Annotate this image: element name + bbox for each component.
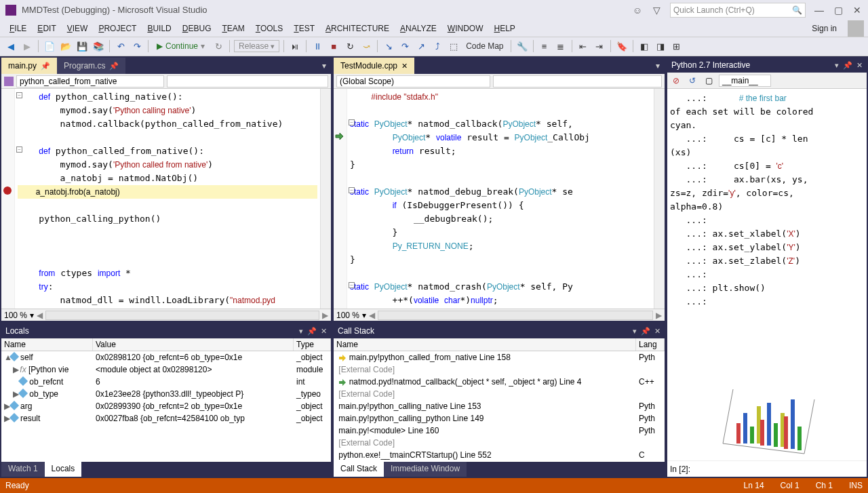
menu-help[interactable]: HELP xyxy=(488,22,520,35)
panel-menu-icon[interactable]: ▾ xyxy=(835,61,839,70)
step-over-button[interactable]: ↷ xyxy=(398,39,412,53)
new-project-button[interactable]: 📄 xyxy=(43,39,56,53)
step-out-button[interactable]: ↗ xyxy=(414,39,428,53)
panel-menu-icon[interactable]: ▾ xyxy=(633,327,637,336)
feedback-icon[interactable]: ☺ xyxy=(632,5,643,16)
locals-row[interactable]: ob_refcnt6int xyxy=(1,376,331,388)
callstack-row[interactable]: main.py!python_calling_python Line 149Py… xyxy=(334,412,665,425)
sign-in-link[interactable]: Sign in xyxy=(806,22,842,35)
nav-back-button[interactable]: ◀ xyxy=(4,39,18,53)
callstack-row[interactable]: [External Code] xyxy=(334,363,665,376)
tab-main.py[interactable]: main.py 📌 xyxy=(1,58,57,74)
callstack-row[interactable]: main.py!<module> Line 160Pyth xyxy=(334,425,665,437)
hscroll-left[interactable] xyxy=(45,311,319,320)
hex-icon[interactable]: ⬚ xyxy=(447,39,460,53)
code-editor-center[interactable]: #include "stdafx.h" static PyObject* nat… xyxy=(347,89,654,309)
scope-dropdown[interactable]: (Global Scope) xyxy=(336,75,490,87)
minimize-button[interactable]: — xyxy=(814,5,825,16)
user-icon[interactable] xyxy=(848,20,864,37)
locals-row[interactable]: ▶ob_type0x1e23ee28 {python33.dll!_typeob… xyxy=(1,388,331,400)
locals-row[interactable]: ▶fx [Python vie<module object at 0x02898… xyxy=(1,363,331,376)
open-button[interactable]: 📂 xyxy=(59,39,73,53)
ext3-button[interactable]: ⊞ xyxy=(670,39,684,53)
indent-button[interactable]: ⇥ xyxy=(593,39,606,53)
menu-debug[interactable]: DEBUG xyxy=(177,22,217,35)
nav-forward-button[interactable]: ▶ xyxy=(20,39,34,53)
step-into-button[interactable]: ↘ xyxy=(382,39,395,53)
stop-button[interactable]: ■ xyxy=(327,39,340,53)
ext1-button[interactable]: ◧ xyxy=(637,39,651,53)
scope-select[interactable]: __main__ xyxy=(719,75,771,87)
zoom-center[interactable]: 100 % xyxy=(336,311,359,320)
callstack-row[interactable]: natmod.pyd!natmod_callback(_object * sel… xyxy=(334,376,665,388)
gutter-center[interactable] xyxy=(334,89,347,309)
menu-architecture[interactable]: ARCHITECTURE xyxy=(320,22,395,35)
refresh-button[interactable]: ↻ xyxy=(343,39,357,53)
menu-view[interactable]: VIEW xyxy=(62,22,94,35)
show-next-button[interactable]: ⤻ xyxy=(359,39,373,53)
comment-button[interactable]: ≡ xyxy=(538,39,551,53)
pin-icon[interactable]: 📌 xyxy=(307,327,317,336)
menu-project[interactable]: PROJECT xyxy=(93,22,142,35)
bookmark-button[interactable]: 🔖 xyxy=(615,39,629,53)
tab-TestModule.cpp[interactable]: TestModule.cpp ✕ xyxy=(334,58,414,74)
continue-button[interactable]: ▶Continue▾ xyxy=(153,40,209,52)
pin-icon[interactable]: 📌 xyxy=(641,327,650,336)
undo-button[interactable]: ↶ xyxy=(114,39,127,53)
member-dropdown-2[interactable] xyxy=(167,75,328,87)
interactive-output[interactable]: ...: # the first bar of each set will be… xyxy=(667,89,867,379)
clear-icon[interactable]: ▢ xyxy=(703,75,715,87)
cancel-icon[interactable]: ⊘ xyxy=(670,75,682,87)
locals-row[interactable]: ▲self0x02898120 {ob_refcnt=6 ob_type=0x1… xyxy=(1,351,331,363)
notifications-icon[interactable]: ▽ xyxy=(651,5,662,16)
callstack-row[interactable]: main.py!python_calling_native Line 153Py… xyxy=(334,400,665,412)
close-button[interactable]: ✕ xyxy=(852,5,863,16)
close-icon[interactable]: ✕ xyxy=(856,61,863,70)
config-dropdown[interactable]: Release ▾ xyxy=(234,40,279,52)
maximize-button[interactable]: ▢ xyxy=(833,5,844,16)
quick-launch-input[interactable]: Quick Launch (Ctrl+Q)🔍 xyxy=(670,3,806,18)
outdent-button[interactable]: ⇤ xyxy=(576,39,590,53)
gutter-left[interactable] xyxy=(1,89,15,309)
tab-Program.cs[interactable]: Program.cs 📌 xyxy=(57,58,125,74)
locals-row[interactable]: ▶result0x0027fba8 {ob_refcnt=42584100 ob… xyxy=(1,412,331,425)
restart-button[interactable]: ↻ xyxy=(212,39,225,53)
bottom-tab-Locals[interactable]: Locals xyxy=(45,462,82,477)
zoom-left[interactable]: 100 % xyxy=(4,311,27,320)
hscroll-center[interactable] xyxy=(378,311,653,320)
bottom-tab-Watch 1[interactable]: Watch 1 xyxy=(1,462,45,477)
tab-dropdown[interactable]: ▾ xyxy=(317,58,331,74)
interactive-prompt[interactable]: In [2]: xyxy=(667,460,867,477)
panel-menu-icon[interactable]: ▾ xyxy=(299,327,303,336)
menu-team[interactable]: TEAM xyxy=(216,22,250,35)
vscroll-center[interactable] xyxy=(654,89,665,309)
bottom-tab-Call Stack[interactable]: Call Stack xyxy=(334,462,384,477)
code-editor-left[interactable]: def python_calling_native(): mymod.say('… xyxy=(15,89,320,309)
codemap-button[interactable]: Code Map xyxy=(463,41,506,52)
close-icon[interactable]: ✕ xyxy=(654,327,660,336)
member-dropdown[interactable]: python_called_from_native xyxy=(16,75,164,87)
menu-analyze[interactable]: ANALYZE xyxy=(395,22,442,35)
menu-file[interactable]: FILE xyxy=(4,22,32,35)
bottom-tab-Immediate Window[interactable]: Immediate Window xyxy=(384,462,467,477)
callstack-row[interactable]: [External Code] xyxy=(334,437,665,449)
menu-tools[interactable]: TOOLS xyxy=(250,22,288,35)
redo-button[interactable]: ↷ xyxy=(130,39,144,53)
toolbox-icon[interactable]: 🔧 xyxy=(515,39,529,53)
tab-dropdown[interactable]: ▾ xyxy=(651,58,665,74)
close-icon[interactable]: ✕ xyxy=(321,327,327,336)
pause-button[interactable]: ⏸ xyxy=(311,39,324,53)
member-dropdown[interactable] xyxy=(493,75,662,87)
save-button[interactable]: 💾 xyxy=(75,39,89,53)
save-all-button[interactable]: 📚 xyxy=(92,39,105,53)
menu-window[interactable]: WINDOW xyxy=(442,22,489,35)
callstack-row[interactable]: python.exe!__tmainCRTStartup() Line 552C xyxy=(334,449,665,461)
menu-test[interactable]: TEST xyxy=(288,22,320,35)
menu-edit[interactable]: EDIT xyxy=(32,22,61,35)
ext2-button[interactable]: ◨ xyxy=(654,39,667,53)
callstack-row[interactable]: [External Code] xyxy=(334,388,665,400)
callstack-row[interactable]: main.py!python_called_from_native Line 1… xyxy=(334,351,665,363)
locals-row[interactable]: ▶arg0x02899390 {ob_refcnt=2 ob_type=0x1e… xyxy=(1,400,331,412)
reset-icon[interactable]: ↺ xyxy=(686,75,698,87)
pin-icon[interactable]: 📌 xyxy=(843,61,852,70)
